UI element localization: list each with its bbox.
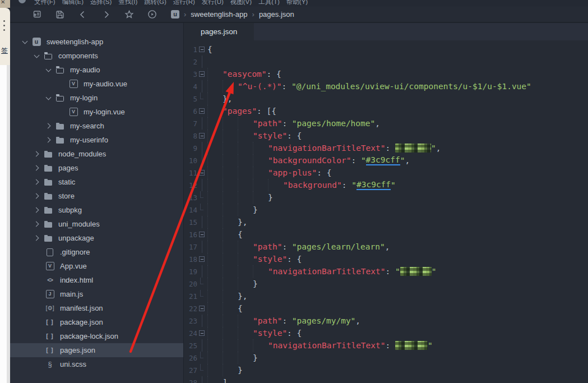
save-button[interactable] bbox=[52, 7, 68, 22]
code-line[interactable]: 2 bbox=[184, 56, 588, 68]
tree-item-my-audio[interactable]: my-audio bbox=[10, 63, 183, 77]
menu-item[interactable]: 查找(I) bbox=[118, 0, 137, 6]
tree-item-static[interactable]: static bbox=[10, 175, 183, 189]
new-file-button[interactable] bbox=[29, 7, 45, 22]
forward-button[interactable] bbox=[98, 7, 114, 22]
code-line[interactable]: 9"navigationBarTitleText": ", bbox=[184, 142, 588, 154]
tree-item-components[interactable]: components bbox=[10, 49, 183, 63]
run-button[interactable] bbox=[143, 7, 160, 22]
tree-item-my-login.vue[interactable]: Vmy-login.vue bbox=[10, 105, 183, 119]
code-line[interactable]: 25"navigationBarTitleText": " bbox=[184, 339, 588, 352]
fold-toggle-icon[interactable] bbox=[197, 253, 206, 265]
tree-item-store[interactable]: store bbox=[10, 189, 183, 203]
fold-toggle-icon[interactable] bbox=[197, 167, 206, 179]
code-line[interactable]: 10"backgroundColor": "#3c9cff", bbox=[184, 154, 588, 167]
tree-item-my-login[interactable]: my-login bbox=[10, 91, 183, 105]
chevron-right-icon[interactable] bbox=[44, 119, 54, 133]
menu-item[interactable]: 选择(S) bbox=[90, 0, 112, 6]
back-button[interactable] bbox=[75, 7, 91, 22]
breadcrumb-file[interactable]: pages.json bbox=[259, 10, 294, 19]
chevron-down-icon[interactable] bbox=[21, 35, 31, 49]
code-line[interactable]: 15}, bbox=[184, 216, 588, 228]
code-line[interactable]: 16{ bbox=[184, 228, 588, 241]
tree-item-manifest.json[interactable]: [⚙]manifest.json bbox=[10, 301, 183, 315]
more-options-icon[interactable] bbox=[3, 20, 5, 31]
tree-item-unpackage[interactable]: unpackage bbox=[10, 231, 183, 245]
chevron-right-icon[interactable] bbox=[33, 189, 43, 203]
code-line[interactable]: 26} bbox=[184, 352, 588, 364]
menu-item[interactable]: 文件(F) bbox=[34, 0, 55, 6]
code-line[interactable]: 22{ bbox=[184, 302, 588, 315]
code-line[interactable]: 8"style": { bbox=[184, 130, 588, 142]
tree-item-node_modules[interactable]: node_modules bbox=[10, 147, 183, 161]
fold-toggle-icon[interactable] bbox=[197, 43, 206, 56]
menu-item[interactable]: 运行(R) bbox=[173, 0, 195, 6]
tree-item-.gitignore[interactable]: .gitignore bbox=[10, 245, 183, 259]
tree-item-uni.scss[interactable]: §uni.scss bbox=[10, 357, 183, 371]
fold-toggle-icon[interactable] bbox=[197, 105, 206, 117]
code-line[interactable]: 12"background": "#3c9cff" bbox=[184, 179, 588, 191]
background-window-tab[interactable]: 签 bbox=[1, 46, 8, 56]
code-editor[interactable]: 1{23"easycom": {4"^u-(.*)": "@/uni_modul… bbox=[184, 40, 588, 383]
menu-item[interactable]: 跳转(G) bbox=[144, 0, 166, 6]
chevron-right-icon[interactable] bbox=[33, 203, 43, 217]
menu-item[interactable]: 编辑(E) bbox=[62, 0, 84, 6]
tree-item-sweetenglish-app[interactable]: usweetenglish-app bbox=[10, 35, 183, 49]
code-line[interactable]: 6"pages": [{ bbox=[184, 105, 588, 117]
line-number: 12 bbox=[184, 181, 197, 190]
chevron-down-icon[interactable] bbox=[44, 63, 54, 77]
code-line[interactable]: 14} bbox=[184, 204, 588, 216]
code-line[interactable]: 11"app-plus": { bbox=[184, 167, 588, 179]
tree-item-index.html[interactable]: <>index.html bbox=[10, 273, 183, 287]
fold-toggle-icon[interactable] bbox=[197, 130, 206, 142]
code-line[interactable]: 1{ bbox=[184, 43, 588, 56]
tree-item-main.js[interactable]: Jmain.js bbox=[10, 287, 183, 301]
tree-item-package.json[interactable]: [ ]package.json bbox=[10, 315, 183, 329]
code-line[interactable]: 24"style": { bbox=[184, 327, 588, 339]
tree-item-my-search[interactable]: my-search bbox=[10, 119, 183, 133]
code-line[interactable]: 20} bbox=[184, 278, 588, 290]
tree-item-my-userinfo[interactable]: my-userinfo bbox=[10, 133, 183, 147]
code-line[interactable]: 27} bbox=[184, 364, 588, 376]
chevron-right-icon[interactable] bbox=[33, 217, 43, 231]
code-line[interactable]: 17"path": "pages/learn/learn", bbox=[184, 241, 588, 253]
code-line[interactable]: 13} bbox=[184, 191, 588, 204]
tab-pages-json[interactable]: pages.json bbox=[184, 23, 254, 40]
code-line[interactable]: 18"style": { bbox=[184, 253, 588, 265]
code-line[interactable]: 19"navigationBarTitleText": "" bbox=[184, 265, 588, 278]
chevron-right-icon[interactable] bbox=[33, 147, 43, 161]
fold-toggle-icon[interactable] bbox=[197, 302, 206, 315]
code-line[interactable]: 21}, bbox=[184, 290, 588, 302]
tree-item-subpkg[interactable]: subpkg bbox=[10, 203, 183, 217]
breadcrumb-project[interactable]: sweetenglish-app bbox=[191, 10, 247, 19]
code-line[interactable]: 23"path": "pages/my/my", bbox=[184, 315, 588, 327]
tree-item-App.vue[interactable]: VApp.vue bbox=[10, 259, 183, 273]
close-icon[interactable]: ✕ bbox=[1, 0, 5, 5]
fold-toggle-icon[interactable] bbox=[197, 68, 206, 80]
code-token: : bbox=[282, 242, 291, 251]
tree-item-pages[interactable]: pages bbox=[10, 161, 183, 175]
code-line[interactable]: 28] bbox=[184, 376, 588, 383]
tree-item-uni_modules[interactable]: uni_modules bbox=[10, 217, 183, 231]
tree-item-pages.json[interactable]: [ ]pages.json bbox=[10, 343, 183, 357]
fold-toggle-icon[interactable] bbox=[197, 327, 206, 339]
code-line[interactable]: 3"easycom": { bbox=[184, 68, 588, 80]
fold-toggle-icon[interactable] bbox=[197, 228, 206, 241]
code-line[interactable]: 7"path": "pages/home/home", bbox=[184, 117, 588, 130]
code-line[interactable]: 5}, bbox=[184, 93, 588, 105]
tree-item-my-audio.vue[interactable]: Vmy-audio.vue bbox=[10, 77, 183, 91]
menu-item[interactable]: 帮助(Y) bbox=[286, 0, 308, 6]
chevron-right-icon[interactable] bbox=[44, 133, 54, 147]
chevron-right-icon[interactable] bbox=[33, 175, 43, 189]
chevron-down-icon[interactable] bbox=[33, 49, 43, 63]
chevron-right-icon[interactable] bbox=[33, 231, 43, 245]
favorite-button[interactable] bbox=[121, 7, 137, 22]
code-line[interactable]: 4"^u-(.*)": "@/uni_modules/uview-ui/comp… bbox=[184, 80, 588, 93]
background-window-scrollbar[interactable] bbox=[7, 65, 10, 383]
menu-item[interactable]: 视图(V) bbox=[230, 0, 252, 6]
tree-item-package-lock.json[interactable]: [ ]package-lock.json bbox=[10, 329, 183, 343]
menu-item[interactable]: 工具(T) bbox=[258, 0, 280, 6]
chevron-right-icon[interactable] bbox=[33, 161, 43, 175]
menu-item[interactable]: 发行(U) bbox=[202, 0, 224, 6]
chevron-down-icon[interactable] bbox=[44, 91, 54, 105]
